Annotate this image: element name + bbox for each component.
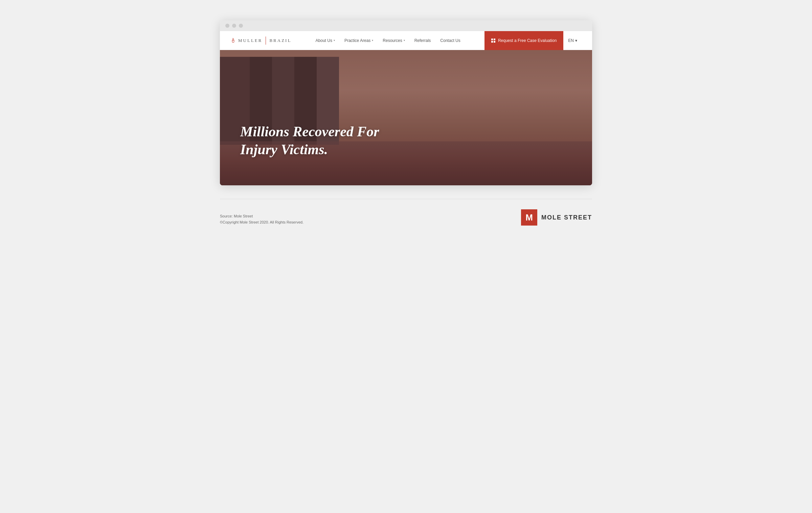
page-footer: Source: Mole Street ©Copyright Mole Stre…	[220, 199, 592, 229]
browser-window: 🕯 MULLER BRAZIL About Us ▾ Practice Area…	[220, 20, 592, 185]
nav-label-resources: Resources	[383, 38, 402, 43]
logo-area: 🕯 MULLER BRAZIL	[230, 37, 291, 45]
nav-item-resources[interactable]: Resources ▾	[383, 38, 405, 43]
hero-headline-line1: Millions Recovered For	[240, 124, 379, 139]
nav-label-practice: Practice Areas	[344, 38, 370, 43]
hero-headline-line2: Injury Victims.	[240, 142, 328, 157]
nav-label-referrals: Referrals	[414, 38, 431, 43]
footer-source-line2: ©Copyright Mole Street 2020. All Rights …	[220, 219, 303, 226]
footer-source: Source: Mole Street ©Copyright Mole Stre…	[220, 213, 303, 226]
logo-divider	[266, 37, 266, 45]
cta-button[interactable]: Request a Free Case Evaluation	[484, 31, 563, 50]
cta-label: Request a Free Case Evaluation	[498, 38, 557, 43]
nav-label-about: About Us	[316, 38, 332, 43]
nav-item-contact[interactable]: Contact Us	[440, 38, 460, 43]
nav-item-practice[interactable]: Practice Areas ▾	[344, 38, 373, 43]
logo-torch-icon: 🕯	[230, 38, 236, 44]
chevron-down-icon-resources: ▾	[404, 39, 405, 42]
footer-source-line1: Source: Mole Street	[220, 213, 303, 219]
nav-label-contact: Contact Us	[440, 38, 460, 43]
mole-street-logo: M	[521, 209, 537, 226]
browser-dot-red	[225, 24, 229, 28]
browser-dot-green	[239, 24, 243, 28]
hero-content: Millions Recovered For Injury Victims.	[240, 123, 379, 158]
hero-overlay	[220, 50, 592, 185]
browser-dot-yellow	[232, 24, 236, 28]
logo-text-left: MULLER	[238, 38, 262, 43]
hero-section: Millions Recovered For Injury Victims.	[220, 50, 592, 185]
chevron-down-icon-lang: ▾	[575, 38, 577, 43]
logo-text-right: BRAZIL	[269, 38, 291, 43]
main-nav: About Us ▾ Practice Areas ▾ Resources ▾ …	[291, 38, 484, 43]
mole-street-letter: M	[525, 212, 533, 223]
chevron-down-icon-practice: ▾	[372, 39, 373, 42]
grid-icon	[491, 39, 495, 43]
footer-brand: M MOLE STREET	[521, 209, 592, 226]
lang-label: EN	[568, 38, 574, 43]
hero-headline: Millions Recovered For Injury Victims.	[240, 123, 379, 158]
site-header: 🕯 MULLER BRAZIL About Us ▾ Practice Area…	[220, 31, 592, 50]
language-selector[interactable]: EN ▾	[563, 38, 582, 43]
nav-item-about[interactable]: About Us ▾	[316, 38, 335, 43]
nav-item-referrals[interactable]: Referrals	[414, 38, 431, 43]
browser-toolbar	[220, 20, 592, 31]
chevron-down-icon-about: ▾	[334, 39, 335, 42]
mole-street-name: MOLE STREET	[541, 214, 592, 221]
